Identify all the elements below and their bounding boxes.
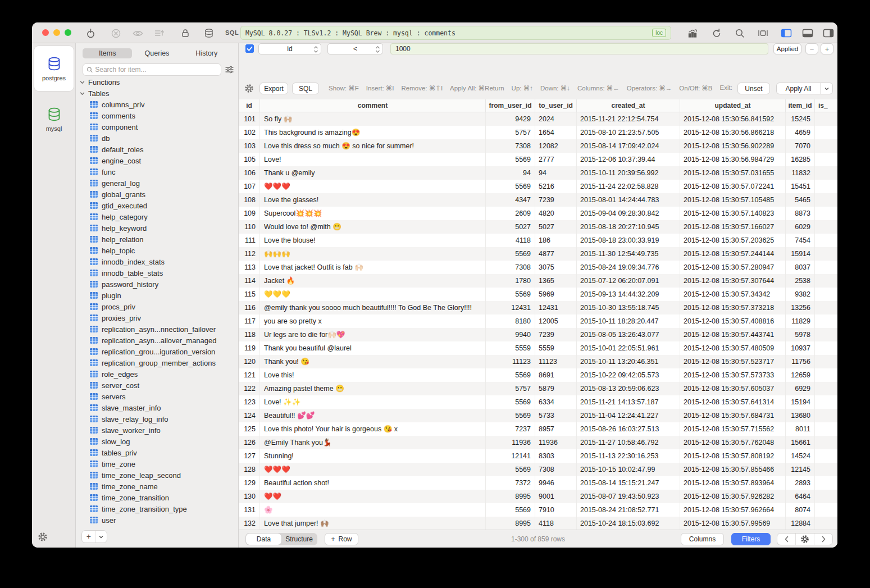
cell-item-id[interactable]: 2538 [786, 274, 815, 288]
cell-updated-at[interactable]: 2015-12-08 15:30:57.105485 [680, 193, 786, 207]
column-header-to-user-id[interactable]: to_user_id [535, 99, 577, 112]
cell-created-at[interactable]: 2015-08-07 19:43:50.923 [577, 490, 680, 503]
cell-is[interactable] [815, 112, 837, 126]
cell-updated-at[interactable]: 2015-12-08 15:30:57.684731 [680, 409, 786, 422]
cell-item-id[interactable]: 13256 [786, 301, 815, 314]
cell-to-user-id[interactable]: 94 [535, 166, 577, 180]
cell-id[interactable]: 114 [239, 274, 260, 288]
cell-is[interactable] [815, 314, 837, 328]
table-row[interactable]: 128 ❤️❤️❤️ 5569 7308 2015-10-15 10:02:47… [239, 463, 837, 476]
cell-updated-at[interactable]: 2015-12-08 15:30:57.373218 [680, 301, 786, 314]
table-row[interactable]: 121 Love this! 5569 8691 2015-10-22 09:4… [239, 368, 837, 382]
cell-created-at[interactable]: 2015-08-24 19:09:34.776 [577, 261, 680, 274]
column-header-from-user-id[interactable]: from_user_id [486, 99, 535, 112]
page-settings-gear-icon[interactable] [795, 534, 814, 545]
chart-icon[interactable] [687, 28, 698, 39]
cell-comment[interactable]: Amazing pastel theme 😬 [260, 382, 486, 395]
sidebar-table-item[interactable]: innodb_index_stats [76, 256, 238, 267]
cell-is[interactable] [815, 422, 837, 436]
refresh-icon[interactable] [711, 28, 722, 39]
table-row[interactable]: 119 Thank you beautiful @laurel 5559 555… [239, 341, 837, 355]
cell-from-user-id[interactable]: 5569 [486, 153, 535, 166]
table-row[interactable]: 107 ❤️❤️❤️ 5569 5216 2015-11-24 22:02:58… [239, 180, 837, 193]
cell-item-id[interactable]: 12659 [786, 368, 815, 382]
cell-item-id[interactable]: 10937 [786, 341, 815, 355]
cell-comment[interactable]: Thank you! 😘 [260, 355, 486, 368]
sidebar-table-item[interactable]: default_roles [76, 144, 238, 155]
cell-is[interactable] [815, 436, 837, 449]
cell-is[interactable] [815, 476, 837, 490]
cell-is[interactable] [815, 126, 837, 139]
cell-comment[interactable]: ❤️❤️ [260, 490, 486, 503]
cell-item-id[interactable]: 6929 [786, 382, 815, 395]
cell-to-user-id[interactable]: 7910 [535, 503, 577, 517]
cell-is[interactable] [815, 382, 837, 395]
sidebar-table-item[interactable]: help_relation [76, 234, 238, 245]
sidebar-table-item[interactable]: columns_priv [76, 99, 238, 110]
cell-comment[interactable]: Love this! [260, 368, 486, 382]
cell-is[interactable] [815, 261, 837, 274]
cell-from-user-id[interactable]: 5569 [486, 288, 535, 301]
table-row[interactable]: 132 Love that jumper! 🙌🏽 8995 4118 2015-… [239, 517, 837, 530]
cell-id[interactable]: 126 [239, 436, 260, 449]
cell-created-at[interactable]: 2015-08-14 17:09:42.024 [577, 139, 680, 153]
cell-from-user-id[interactable]: 5569 [486, 503, 535, 517]
cell-updated-at[interactable]: 2015-12-08 15:30:57.605037 [680, 382, 786, 395]
cell-comment[interactable]: @emily thank you soooo much beautiful!!!… [260, 301, 486, 314]
sidebar-table-item[interactable]: help_category [76, 211, 238, 222]
table-row[interactable]: 115 💛💛💛 5569 5969 2015-09-13 14:44:32.20… [239, 288, 837, 301]
cell-updated-at[interactable]: 2015-12-08 15:30:57.762048 [680, 436, 786, 449]
sidebar-table-item[interactable]: servers [76, 391, 238, 402]
cell-updated-at[interactable]: 2015-12-08 15:30:57.031655 [680, 166, 786, 180]
sidebar-table-item[interactable]: procs_priv [76, 301, 238, 312]
cell-item-id[interactable]: 9382 [786, 288, 815, 301]
sidebar-table-item[interactable]: time_zone_name [76, 481, 238, 492]
sidebar-table-item[interactable]: slow_log [76, 436, 238, 447]
settings-gear-icon[interactable] [38, 532, 48, 542]
cell-comment[interactable]: Beautiful action shot! [260, 476, 486, 490]
cell-comment[interactable]: Jacket 🔥 [260, 274, 486, 288]
filter-applied-button[interactable]: Applied [773, 43, 801, 54]
column-header-item-id[interactable]: item_id [786, 99, 815, 112]
cell-created-at[interactable]: 2015-11-21 22:12:54.754 [577, 112, 680, 126]
cell-is[interactable] [815, 153, 837, 166]
cell-comment[interactable]: Stunning! [260, 449, 486, 463]
cell-created-at[interactable]: 2015-10-01 22:05:51.961 [577, 341, 680, 355]
cell-updated-at[interactable]: 2015-12-08 15:30:56.866218 [680, 126, 786, 139]
cell-id[interactable]: 121 [239, 368, 260, 382]
cell-from-user-id[interactable]: 7372 [486, 476, 535, 490]
tab-queries[interactable]: Queries [132, 48, 181, 58]
columns-button[interactable]: Columns [681, 533, 724, 545]
cell-to-user-id[interactable]: 5969 [535, 288, 577, 301]
cell-id[interactable]: 102 [239, 126, 260, 139]
cell-id[interactable]: 128 [239, 463, 260, 476]
cell-item-id[interactable]: 11829 [786, 314, 815, 328]
cell-is[interactable] [815, 490, 837, 503]
sidebar-table-item[interactable]: slave_worker_info [76, 425, 238, 436]
item-search-field[interactable] [83, 63, 221, 76]
cell-id[interactable]: 118 [239, 328, 260, 341]
cell-created-at[interactable]: 2015-11-24 22:02:58.828 [577, 180, 680, 193]
table-row[interactable]: 101 So fly 🙌🏼 9429 2024 2015-11-21 22:12… [239, 112, 837, 126]
table-row[interactable]: 117 you are so pretty x 8180 12005 2015-… [239, 314, 837, 328]
column-header-is[interactable]: is_ [815, 99, 837, 112]
table-row[interactable]: 114 Jacket 🔥 1780 1365 2015-07-12 06:20:… [239, 274, 837, 288]
cell-is[interactable] [815, 139, 837, 153]
cell-from-user-id[interactable]: 5757 [486, 126, 535, 139]
cell-updated-at[interactable]: 2015-12-08 15:30:57.926282 [680, 490, 786, 503]
cell-to-user-id[interactable]: 7308 [535, 463, 577, 476]
cell-created-at[interactable]: 2015-10-22 09:42:05.573 [577, 368, 680, 382]
cell-from-user-id[interactable]: 11936 [486, 436, 535, 449]
cell-from-user-id[interactable]: 5027 [486, 220, 535, 234]
cell-id[interactable]: 120 [239, 355, 260, 368]
cell-updated-at[interactable]: 2015-12-08 15:30:56.841592 [680, 112, 786, 126]
cell-from-user-id[interactable]: 8995 [486, 490, 535, 503]
cell-is[interactable] [815, 166, 837, 180]
table-row[interactable]: 123 Love! ✨✨ 5569 6334 2015-11-21 14:13:… [239, 395, 837, 409]
add-item-split-button[interactable]: + [81, 530, 107, 543]
sidebar-table-item[interactable]: help_keyword [76, 222, 238, 234]
cell-item-id[interactable]: 7070 [786, 139, 815, 153]
cell-created-at[interactable]: 2015-10-11 20:39:56.992 [577, 166, 680, 180]
sidebar-table-item[interactable]: proxies_priv [76, 312, 238, 323]
chevron-down-icon[interactable] [820, 83, 832, 94]
